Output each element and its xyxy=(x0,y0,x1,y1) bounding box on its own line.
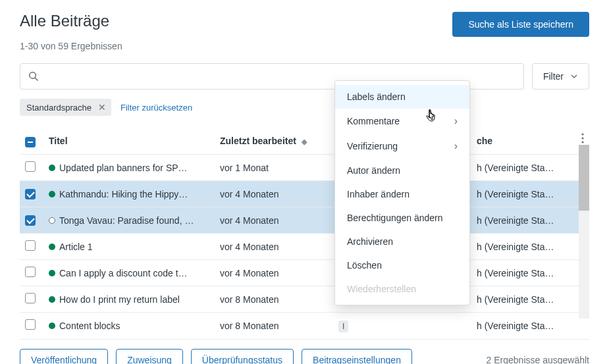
sort-icon: ◆ xyxy=(302,138,307,146)
chevron-right-icon: › xyxy=(454,140,458,152)
row-checkbox[interactable] xyxy=(25,240,36,251)
language-cell: h (Vereinigte Sta… xyxy=(471,207,589,234)
article-title[interactable]: Content blocks xyxy=(59,321,120,331)
language-cell: h (Vereinigte Sta… xyxy=(471,313,589,339)
language-cell: h (Vereinigte Sta… xyxy=(471,155,589,181)
menu-item-label: Berechtigungen ändern xyxy=(347,213,443,223)
status-dot xyxy=(49,217,55,224)
menu-item[interactable]: Berechtigungen ändern xyxy=(335,206,469,230)
menu-item: Wiederherstellen xyxy=(335,277,469,301)
language-cell: h (Vereinigte Sta… xyxy=(471,181,589,207)
article-title[interactable]: Tonga Vavau: Paradise found, … xyxy=(59,215,194,226)
article-title[interactable]: Can I apply a discount code t… xyxy=(59,268,188,278)
menu-item-label: Archivieren xyxy=(347,236,393,247)
row-checkbox[interactable] xyxy=(25,189,36,199)
bulk-actions-menu: Labels ändernKommentare›Verifizierung›Au… xyxy=(334,80,470,305)
filter-tag-label: Standardsprache xyxy=(26,103,92,113)
publish-button[interactable]: Veröffentlichung xyxy=(20,349,108,365)
svg-point-0 xyxy=(581,133,583,135)
article-title[interactable]: Article 1 xyxy=(59,242,93,252)
column-header-title[interactable]: Titel xyxy=(43,128,215,155)
table-row[interactable]: Can I apply a discount code t…vor 4 Mona… xyxy=(20,260,589,286)
table-row[interactable]: Updated plan banners for SP…vor 1 Monath… xyxy=(20,155,589,181)
language-cell: h (Vereinigte Sta… xyxy=(471,234,589,260)
menu-item-label: Löschen xyxy=(347,260,382,271)
language-cell: h (Vereinigte Sta… xyxy=(471,286,589,313)
status-dot xyxy=(49,296,55,303)
table-row[interactable]: Content blocksvor 8 MonatenIh (Vereinigt… xyxy=(20,313,589,339)
scrollbar-thumb[interactable] xyxy=(579,145,589,211)
filter-button[interactable]: Filter xyxy=(532,63,589,90)
table-row[interactable]: Tonga Vavau: Paradise found, …vor 4 Mona… xyxy=(20,207,589,234)
articles-table: Titel Zuletzt bearbeitet ◆ Ü che Updated… xyxy=(20,128,589,339)
menu-item[interactable]: Autor ändern xyxy=(335,159,469,182)
last-edited-cell: vor 8 Monaten xyxy=(215,286,333,313)
results-count: 1-30 von 59 Ergebnissen xyxy=(20,41,589,51)
last-edited-cell: vor 4 Monaten xyxy=(215,181,333,207)
svg-point-2 xyxy=(581,141,583,143)
menu-item[interactable]: Archivieren xyxy=(335,230,469,253)
table-row[interactable]: Article 1vor 4 Monatenh (Vereinigte Sta… xyxy=(20,234,589,260)
chevron-down-icon xyxy=(570,72,578,80)
menu-item[interactable]: Kommentare› xyxy=(335,109,469,134)
status-dot xyxy=(49,165,55,171)
article-title[interactable]: Updated plan banners for SP… xyxy=(59,163,188,173)
menu-item-label: Verifizierung xyxy=(347,141,398,151)
article-settings-button[interactable]: Beitragseinstellungen xyxy=(302,349,412,365)
menu-item[interactable]: Labels ändern xyxy=(335,85,469,109)
article-title[interactable]: How do I print my return label xyxy=(59,294,180,305)
menu-item-label: Autor ändern xyxy=(347,165,400,176)
last-edited-cell: vor 8 Monaten xyxy=(215,313,333,339)
menu-item[interactable]: Löschen xyxy=(335,253,469,277)
search-icon xyxy=(28,71,39,82)
language-cell: h (Vereinigte Sta… xyxy=(471,260,589,286)
filter-button-label: Filter xyxy=(543,71,564,82)
status-dot xyxy=(49,191,55,197)
row-checkbox[interactable] xyxy=(25,215,36,226)
page-title: Alle Beiträge xyxy=(20,12,109,30)
menu-item-label: Labels ändern xyxy=(347,91,406,102)
chevron-right-icon: › xyxy=(454,115,458,127)
row-checkbox[interactable] xyxy=(25,293,36,303)
select-all-checkbox[interactable] xyxy=(25,137,36,147)
article-title[interactable]: Kathmandu: Hiking the Hippy… xyxy=(59,189,188,199)
reset-filters-link[interactable]: Filter zurücksetzen xyxy=(120,103,192,113)
table-row[interactable]: How do I print my return labelvor 8 Mona… xyxy=(20,286,589,313)
menu-item-label: Wiederherstellen xyxy=(347,284,416,294)
row-checkbox[interactable] xyxy=(25,319,36,330)
menu-item[interactable]: Inhaber ändern xyxy=(335,182,469,206)
status-dot xyxy=(49,244,55,250)
svg-point-1 xyxy=(581,137,583,139)
row-checkbox[interactable] xyxy=(25,161,36,172)
row-checkbox[interactable] xyxy=(25,267,36,277)
filter-tag: Standardsprache ✕ xyxy=(20,99,111,116)
menu-item-label: Kommentare xyxy=(347,116,400,126)
status-dot xyxy=(49,270,55,276)
column-header-last-edited[interactable]: Zuletzt bearbeitet ◆ xyxy=(215,128,333,155)
last-edited-cell: vor 4 Monaten xyxy=(215,234,333,260)
status-dot xyxy=(49,323,55,329)
last-edited-cell: vor 4 Monaten xyxy=(215,207,333,234)
close-icon[interactable]: ✕ xyxy=(98,102,106,113)
menu-item-label: Inhaber ändern xyxy=(347,189,410,199)
table-row[interactable]: Kathmandu: Hiking the Hippy…vor 4 Monate… xyxy=(20,181,589,207)
menu-item[interactable]: Verifizierung› xyxy=(335,134,469,159)
review-status-button[interactable]: Überprüfungsstatus xyxy=(191,349,294,365)
selection-count: 2 Ergebnisse ausgewählt xyxy=(487,355,589,365)
scrollbar[interactable] xyxy=(579,145,589,319)
last-edited-cell: vor 1 Monat xyxy=(215,155,333,181)
last-edited-cell: vor 4 Monaten xyxy=(215,260,333,286)
status-badge: I xyxy=(338,321,348,332)
column-header-language[interactable]: che xyxy=(471,128,589,155)
assign-button[interactable]: Zuweisung xyxy=(116,349,183,365)
save-search-button[interactable]: Suche als Liste speichern xyxy=(452,12,589,37)
